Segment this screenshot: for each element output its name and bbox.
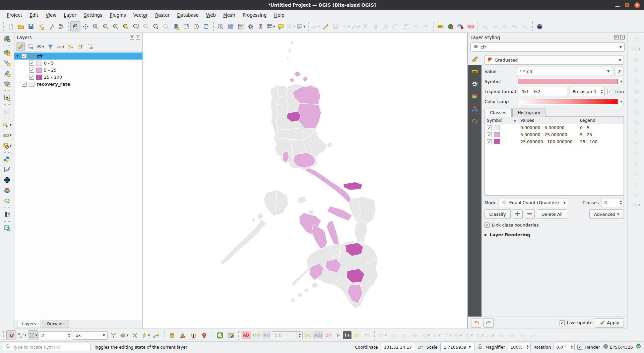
- snapping-type-dropdown-icon[interactable]: ▼: [35, 334, 37, 337]
- expand-all[interactable]: [66, 42, 75, 51]
- classes-spinner[interactable]: 3 ▲▼: [601, 198, 624, 207]
- apply-button[interactable]: Apply: [595, 318, 624, 328]
- pan-to-selection[interactable]: [80, 21, 90, 31]
- open-layer-styling[interactable]: [16, 42, 25, 51]
- filter-by-expression[interactable]: ε▼: [56, 42, 65, 51]
- show-statistical-summary[interactable]: Σ: [256, 21, 266, 31]
- pin-unpin-labels[interactable]: ab: [456, 21, 466, 31]
- processing-toolbox[interactable]: [246, 21, 256, 31]
- avoid-overlap[interactable]: ▼: [119, 330, 129, 340]
- text-annotation[interactable]: T▼: [296, 21, 306, 31]
- manage-map-themes[interactable]: ▼: [36, 42, 45, 51]
- zoom-out[interactable]: [101, 21, 111, 31]
- class-visibility-checkbox[interactable]: ✓: [29, 61, 34, 66]
- edit-map-extent[interactable]: [226, 330, 236, 340]
- trim-checkbox[interactable]: ✓: [607, 89, 612, 94]
- self-snapping[interactable]: ▼: [140, 330, 150, 340]
- offset-point-symbols-dropdown-icon[interactable]: ▼: [385, 334, 387, 337]
- scale-combo[interactable]: 1:7165939▼: [440, 343, 474, 351]
- new-virtual-layer[interactable]: [2, 92, 12, 102]
- menu-project[interactable]: Project: [3, 11, 25, 19]
- new-shapefile-layer[interactable]: [2, 58, 12, 68]
- locate-input[interactable]: Type to locate (Ctrl+K): [3, 343, 90, 351]
- menu-mesh[interactable]: Mesh: [220, 11, 239, 19]
- deselect-all-dropdown-icon[interactable]: ▼: [9, 144, 11, 147]
- lock-scale-icon[interactable]: [477, 344, 483, 350]
- enable-tracing[interactable]: [151, 330, 162, 340]
- legend-class-row[interactable]: ✓25 - 100: [14, 74, 142, 81]
- remove-layer[interactable]: [85, 42, 94, 51]
- precision-spinner[interactable]: Precision 4 ▲▼: [570, 87, 605, 96]
- map-tips[interactable]: [276, 21, 286, 31]
- zoom-to-selection[interactable]: [121, 21, 131, 31]
- quickmapservices[interactable]: [2, 175, 12, 185]
- measure-angle[interactable]: [178, 330, 188, 340]
- remove-class-button[interactable]: [525, 209, 535, 219]
- refresh-attribute-table[interactable]: [2, 223, 12, 233]
- color-ramp-selector[interactable]: ▼: [517, 98, 624, 105]
- data-source-manager[interactable]: [2, 34, 12, 44]
- layer-labeling-options[interactable]: abc: [436, 21, 446, 31]
- styling-layer-combo[interactable]: cfr ▼: [470, 42, 625, 52]
- symbol-selector[interactable]: ▼: [517, 78, 624, 85]
- select-features[interactable]: ▼: [2, 120, 12, 130]
- run-feature-action-dropdown-icon[interactable]: ▼: [293, 25, 295, 28]
- rotate-point-symbols-dropdown-icon[interactable]: ▼: [638, 203, 640, 206]
- ring-tool-dropdown-icon[interactable]: ▼: [471, 334, 473, 337]
- field-calculator[interactable]: [236, 21, 246, 31]
- classes-table-row[interactable]: ✓25.000000 - 100.00000025 - 100: [485, 138, 624, 145]
- classify-button[interactable]: Classify: [485, 209, 511, 219]
- class-symbol-swatch[interactable]: [494, 125, 500, 130]
- menu-vector[interactable]: Vector: [130, 11, 151, 19]
- open-attribute-table[interactable]: [226, 21, 236, 31]
- zoom-to-layer[interactable]: [131, 21, 141, 31]
- zoom-last[interactable]: [151, 21, 161, 31]
- show-spatial-bookmarks[interactable]: [181, 21, 191, 31]
- gps-information[interactable]: [189, 330, 199, 340]
- layer-visibility-checkbox[interactable]: ✓: [22, 82, 27, 87]
- style-redo-button[interactable]: [484, 318, 494, 328]
- fill-ring-tool-dropdown-icon[interactable]: ▼: [460, 334, 462, 337]
- filter-legend[interactable]: [46, 42, 55, 51]
- snapping-on-intersection[interactable]: [130, 330, 140, 340]
- self-snapping-dropdown-icon[interactable]: ▼: [148, 334, 150, 337]
- highlight-pinned-labels[interactable]: abc: [466, 21, 476, 31]
- minimize-button-icon[interactable]: [616, 6, 620, 7]
- layer-diagram-options[interactable]: [446, 21, 456, 31]
- value-field-combo[interactable]: 1.2 cfr ▼: [517, 67, 612, 76]
- layer-combinations[interactable]: [2, 185, 12, 195]
- pan-map[interactable]: [70, 21, 80, 31]
- class-visibility-checkbox[interactable]: ✓: [29, 75, 34, 80]
- close-button-icon[interactable]: ✕: [634, 2, 640, 8]
- classes-table-row[interactable]: ✓0.000000 - 5.0000000 - 5: [485, 124, 624, 131]
- deselect-all[interactable]: ▼: [2, 141, 12, 151]
- metasearch[interactable]: [535, 21, 545, 31]
- new-temporary-scratch-layer[interactable]: [2, 79, 12, 89]
- zoom-in[interactable]: [90, 21, 101, 31]
- class-visibility-checkbox[interactable]: ✓: [29, 68, 34, 73]
- toggle-extents-icon[interactable]: [418, 344, 424, 350]
- add-class-button[interactable]: [513, 209, 523, 219]
- class-enabled-checkbox[interactable]: ✓: [487, 132, 492, 137]
- tab-classes[interactable]: Classes: [485, 108, 512, 117]
- curve-tool-dropdown-icon[interactable]: ▼: [493, 334, 495, 337]
- identify-features[interactable]: i: [215, 21, 226, 31]
- close-panel-icon[interactable]: ✕: [620, 35, 625, 39]
- profile-tool[interactable]: [2, 165, 12, 175]
- messages-icon[interactable]: [636, 344, 641, 350]
- manage-map-themes-dropdown-icon[interactable]: ▼: [42, 45, 44, 48]
- link-class-boundaries-checkbox[interactable]: ✓: [485, 223, 490, 228]
- undock-panel-icon[interactable]: ⧉: [614, 35, 619, 39]
- help-contents[interactable]: ?: [2, 209, 12, 219]
- new-print-layout[interactable]: [36, 21, 46, 31]
- magnifier-spinner[interactable]: 100%▲▼: [508, 343, 531, 351]
- shape-digitize-dropdown-icon[interactable]: ▼: [439, 334, 441, 337]
- crs-code[interactable]: EPSG:4326: [610, 345, 633, 350]
- filter-by-expression-dropdown-icon[interactable]: ▼: [62, 45, 64, 48]
- toggle-editing[interactable]: [321, 21, 331, 31]
- legend-format-input[interactable]: %1 - %2: [519, 87, 567, 96]
- menu-web[interactable]: Web: [203, 11, 219, 19]
- part-tool-dropdown-icon[interactable]: ▼: [481, 334, 484, 337]
- zoom-to-feature[interactable]: [215, 330, 225, 340]
- select-by-expression-dropdown-icon[interactable]: ▼: [9, 134, 11, 137]
